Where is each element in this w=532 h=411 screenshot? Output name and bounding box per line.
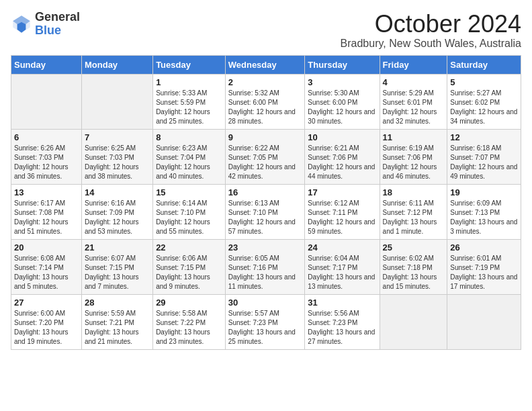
day-number: 30 — [228, 298, 302, 308]
day-cell: 28Sunrise: 5:59 AM Sunset: 7:21 PM Dayli… — [81, 294, 152, 349]
day-number: 24 — [308, 242, 376, 253]
day-cell: 27Sunrise: 6:00 AM Sunset: 7:20 PM Dayli… — [11, 294, 82, 349]
day-number: 22 — [156, 242, 222, 253]
day-number: 5 — [450, 77, 518, 87]
day-cell: 31Sunrise: 5:56 AM Sunset: 7:23 PM Dayli… — [305, 294, 380, 349]
day-number: 28 — [85, 298, 150, 308]
logo-icon — [11, 13, 32, 35]
day-detail: Sunrise: 6:21 AM Sunset: 7:06 PM Dayligh… — [308, 144, 376, 181]
day-detail: Sunrise: 6:04 AM Sunset: 7:17 PM Dayligh… — [308, 254, 376, 291]
day-cell: 12Sunrise: 6:18 AM Sunset: 7:07 PM Dayli… — [447, 129, 521, 184]
day-detail: Sunrise: 6:05 AM Sunset: 7:16 PM Dayligh… — [228, 254, 302, 291]
day-detail: Sunrise: 6:19 AM Sunset: 7:06 PM Dayligh… — [383, 144, 445, 181]
day-number: 27 — [14, 298, 79, 308]
day-number: 29 — [156, 298, 222, 308]
day-cell: 6Sunrise: 6:26 AM Sunset: 7:03 PM Daylig… — [11, 129, 82, 184]
day-detail: Sunrise: 6:11 AM Sunset: 7:12 PM Dayligh… — [383, 199, 445, 236]
day-cell: 20Sunrise: 6:08 AM Sunset: 7:14 PM Dayli… — [11, 239, 82, 294]
calendar-table: SundayMondayTuesdayWednesdayThursdayFrid… — [11, 55, 521, 350]
day-number: 8 — [156, 132, 222, 142]
day-number: 20 — [14, 242, 79, 253]
day-cell: 24Sunrise: 6:04 AM Sunset: 7:17 PM Dayli… — [305, 239, 380, 294]
day-detail: Sunrise: 6:08 AM Sunset: 7:14 PM Dayligh… — [14, 254, 79, 291]
calendar-body: 1Sunrise: 5:33 AM Sunset: 5:59 PM Daylig… — [11, 74, 521, 349]
day-cell: 21Sunrise: 6:07 AM Sunset: 7:15 PM Dayli… — [81, 239, 152, 294]
day-detail: Sunrise: 6:02 AM Sunset: 7:18 PM Dayligh… — [383, 254, 445, 291]
logo-general: General — [35, 11, 80, 24]
week-row-5: 27Sunrise: 6:00 AM Sunset: 7:20 PM Dayli… — [11, 294, 521, 349]
day-detail: Sunrise: 5:30 AM Sunset: 6:00 PM Dayligh… — [308, 89, 376, 126]
day-detail: Sunrise: 6:16 AM Sunset: 7:09 PM Dayligh… — [85, 199, 150, 236]
day-detail: Sunrise: 6:22 AM Sunset: 7:05 PM Dayligh… — [228, 144, 302, 181]
title-block: October 2024 Bradbury, New South Wales, … — [341, 11, 521, 50]
day-detail: Sunrise: 5:57 AM Sunset: 7:23 PM Dayligh… — [228, 309, 302, 347]
day-detail: Sunrise: 6:09 AM Sunset: 7:13 PM Dayligh… — [450, 199, 518, 236]
day-detail: Sunrise: 6:18 AM Sunset: 7:07 PM Dayligh… — [450, 144, 518, 181]
day-number: 10 — [308, 132, 376, 142]
day-detail: Sunrise: 6:25 AM Sunset: 7:03 PM Dayligh… — [85, 144, 150, 181]
header-row: SundayMondayTuesdayWednesdayThursdayFrid… — [11, 55, 521, 74]
day-cell: 29Sunrise: 5:58 AM Sunset: 7:22 PM Dayli… — [153, 294, 226, 349]
day-number: 4 — [383, 77, 445, 87]
day-cell — [81, 74, 152, 129]
day-number: 25 — [383, 242, 445, 253]
day-detail: Sunrise: 6:23 AM Sunset: 7:04 PM Dayligh… — [156, 144, 222, 181]
day-cell: 19Sunrise: 6:09 AM Sunset: 7:13 PM Dayli… — [447, 184, 521, 239]
day-cell: 26Sunrise: 6:01 AM Sunset: 7:19 PM Dayli… — [447, 239, 521, 294]
day-number: 3 — [308, 77, 376, 87]
logo-blue: Blue — [35, 24, 80, 38]
day-number: 7 — [85, 132, 150, 142]
week-row-1: 1Sunrise: 5:33 AM Sunset: 5:59 PM Daylig… — [11, 74, 521, 129]
day-cell: 25Sunrise: 6:02 AM Sunset: 7:18 PM Dayli… — [380, 239, 447, 294]
header-day-friday: Friday — [380, 55, 447, 74]
day-detail: Sunrise: 6:17 AM Sunset: 7:08 PM Dayligh… — [14, 199, 79, 236]
day-detail: Sunrise: 6:12 AM Sunset: 7:11 PM Dayligh… — [308, 199, 376, 236]
header-day-tuesday: Tuesday — [153, 55, 226, 74]
day-number: 26 — [450, 242, 518, 253]
day-number: 12 — [450, 132, 518, 142]
day-detail: Sunrise: 5:32 AM Sunset: 6:00 PM Dayligh… — [228, 89, 302, 126]
day-cell: 10Sunrise: 6:21 AM Sunset: 7:06 PM Dayli… — [305, 129, 380, 184]
day-cell: 4Sunrise: 5:29 AM Sunset: 6:01 PM Daylig… — [380, 74, 447, 129]
day-detail: Sunrise: 5:27 AM Sunset: 6:02 PM Dayligh… — [450, 89, 518, 126]
day-number: 15 — [156, 187, 222, 197]
day-detail: Sunrise: 6:13 AM Sunset: 7:10 PM Dayligh… — [228, 199, 302, 236]
calendar-header: SundayMondayTuesdayWednesdayThursdayFrid… — [11, 55, 521, 74]
day-cell: 16Sunrise: 6:13 AM Sunset: 7:10 PM Dayli… — [225, 184, 305, 239]
day-detail: Sunrise: 6:26 AM Sunset: 7:03 PM Dayligh… — [14, 144, 79, 181]
day-cell: 23Sunrise: 6:05 AM Sunset: 7:16 PM Dayli… — [225, 239, 305, 294]
day-number: 6 — [14, 132, 79, 142]
day-number: 1 — [156, 77, 222, 87]
day-number: 18 — [383, 187, 445, 197]
day-number: 9 — [228, 132, 302, 142]
day-number: 31 — [308, 298, 376, 308]
day-number: 13 — [14, 187, 79, 197]
day-cell: 14Sunrise: 6:16 AM Sunset: 7:09 PM Dayli… — [81, 184, 152, 239]
day-number: 23 — [228, 242, 302, 253]
day-detail: Sunrise: 5:59 AM Sunset: 7:21 PM Dayligh… — [85, 309, 150, 347]
week-row-4: 20Sunrise: 6:08 AM Sunset: 7:14 PM Dayli… — [11, 239, 521, 294]
day-number: 16 — [228, 187, 302, 197]
day-cell: 7Sunrise: 6:25 AM Sunset: 7:03 PM Daylig… — [81, 129, 152, 184]
day-cell: 2Sunrise: 5:32 AM Sunset: 6:00 PM Daylig… — [225, 74, 305, 129]
svg-marker-2 — [17, 22, 26, 33]
day-number: 19 — [450, 187, 518, 197]
day-cell: 15Sunrise: 6:14 AM Sunset: 7:10 PM Dayli… — [153, 184, 226, 239]
day-number: 17 — [308, 187, 376, 197]
month-title: October 2024 — [341, 11, 521, 38]
week-row-2: 6Sunrise: 6:26 AM Sunset: 7:03 PM Daylig… — [11, 129, 521, 184]
day-cell: 18Sunrise: 6:11 AM Sunset: 7:12 PM Dayli… — [380, 184, 447, 239]
day-cell: 11Sunrise: 6:19 AM Sunset: 7:06 PM Dayli… — [380, 129, 447, 184]
day-number: 21 — [85, 242, 150, 253]
logo: General Blue — [11, 11, 80, 38]
day-cell: 5Sunrise: 5:27 AM Sunset: 6:02 PM Daylig… — [447, 74, 521, 129]
day-cell: 13Sunrise: 6:17 AM Sunset: 7:08 PM Dayli… — [11, 184, 82, 239]
week-row-3: 13Sunrise: 6:17 AM Sunset: 7:08 PM Dayli… — [11, 184, 521, 239]
day-number: 11 — [383, 132, 445, 142]
day-cell — [447, 294, 521, 349]
header-day-saturday: Saturday — [447, 55, 521, 74]
day-detail: Sunrise: 6:14 AM Sunset: 7:10 PM Dayligh… — [156, 199, 222, 236]
logo-text: General Blue — [35, 11, 80, 38]
day-cell: 8Sunrise: 6:23 AM Sunset: 7:04 PM Daylig… — [153, 129, 226, 184]
header-day-wednesday: Wednesday — [225, 55, 305, 74]
